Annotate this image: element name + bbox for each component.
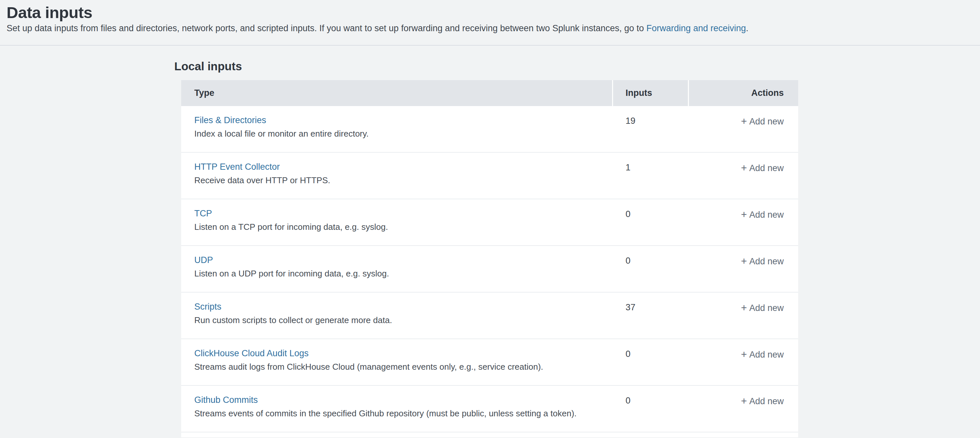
input-type-description: Listen on a TCP port for incoming data, … (194, 221, 600, 232)
actions-cell: +Add new (689, 339, 798, 385)
add-new-label: Add new (749, 350, 784, 360)
add-new-label: Add new (749, 116, 784, 126)
inputs-count: 37 (613, 293, 689, 339)
input-type-link[interactable]: UDP (194, 255, 213, 266)
add-new-button[interactable]: +Add new (741, 116, 784, 126)
type-cell: UDP Listen on a UDP port for incoming da… (181, 246, 613, 292)
input-type-description: Streams events of commits in the specifi… (194, 408, 600, 419)
actions-cell: +Add new (689, 386, 798, 432)
section-heading: Local inputs (174, 59, 980, 74)
type-cell: Scripts Run custom scripts to collect or… (181, 293, 613, 339)
table-row-clickhouse-cloud-audit-logs: ClickHouse Cloud Audit Logs Streams audi… (181, 339, 798, 386)
inputs-count: 19 (613, 106, 689, 152)
subtitle-text: Set up data inputs from files and direct… (6, 23, 647, 33)
actions-cell: +Add new (689, 293, 798, 339)
actions-cell: +Add new (689, 199, 798, 245)
actions-cell: +Add new (689, 153, 798, 199)
inputs-count: 1 (613, 153, 689, 199)
type-cell: ClickHouse Cloud Audit Logs Streams audi… (181, 339, 613, 385)
table-row-github-commits: Github Commits Streams events of commits… (181, 386, 798, 432)
actions-cell: +Add new (689, 106, 798, 152)
input-type-description: Index a local file or monitor an entire … (194, 128, 600, 139)
type-cell: TCP Listen on a TCP port for incoming da… (181, 199, 613, 245)
add-new-label: Add new (749, 303, 784, 313)
add-new-button[interactable]: +Add new (741, 163, 784, 173)
table-row-tcp: TCP Listen on a TCP port for incoming da… (181, 199, 798, 246)
next-row-cutoff (181, 432, 798, 437)
actions-cell: +Add new (689, 246, 798, 292)
input-type-link[interactable]: Files & Directories (194, 115, 266, 126)
plus-icon: + (741, 116, 747, 127)
input-type-description: Receive data over HTTP or HTTPS. (194, 175, 600, 185)
plus-icon: + (741, 255, 747, 267)
input-type-link[interactable]: Scripts (194, 301, 221, 312)
input-type-link[interactable]: HTTP Event Collector (194, 161, 280, 172)
table-header-row: Type Inputs Actions (181, 80, 798, 106)
forwarding-and-receiving-link[interactable]: Forwarding and receiving (647, 23, 746, 33)
type-cell: Github Commits Streams events of commits… (181, 386, 613, 432)
add-new-label: Add new (749, 256, 784, 266)
plus-icon: + (741, 162, 747, 174)
add-new-label: Add new (749, 396, 784, 406)
add-new-label: Add new (749, 210, 784, 220)
add-new-button[interactable]: +Add new (741, 256, 784, 266)
table-row-http-event-collector: HTTP Event Collector Receive data over H… (181, 153, 798, 199)
input-type-description: Listen on a UDP port for incoming data, … (194, 268, 600, 279)
type-cell: HTTP Event Collector Receive data over H… (181, 153, 613, 199)
input-type-link[interactable]: Github Commits (194, 394, 258, 406)
column-header-actions: Actions (689, 80, 798, 106)
column-header-inputs: Inputs (613, 80, 689, 106)
add-new-button[interactable]: +Add new (741, 303, 784, 313)
inputs-count: 0 (613, 246, 689, 292)
add-new-button[interactable]: +Add new (741, 350, 784, 360)
plus-icon: + (741, 349, 747, 360)
add-new-label: Add new (749, 163, 784, 173)
input-type-description: Run custom scripts to collect or generat… (194, 315, 600, 325)
add-new-button[interactable]: +Add new (741, 210, 784, 220)
column-header-type: Type (181, 80, 613, 106)
table-row-files-directories: Files & Directories Index a local file o… (181, 106, 798, 153)
table-row-scripts: Scripts Run custom scripts to collect or… (181, 293, 798, 339)
plus-icon: + (741, 302, 747, 314)
inputs-count: 0 (613, 339, 689, 385)
input-type-description: Streams audit logs from ClickHouse Cloud… (194, 362, 600, 372)
plus-icon: + (741, 209, 747, 220)
input-type-link[interactable]: TCP (194, 208, 212, 219)
page-header: Data inputs Set up data inputs from file… (0, 0, 980, 46)
page-title: Data inputs (6, 3, 972, 22)
plus-icon: + (741, 395, 747, 407)
input-type-link[interactable]: ClickHouse Cloud Audit Logs (194, 348, 309, 359)
page-subtitle: Set up data inputs from files and direct… (6, 23, 972, 33)
type-cell: Files & Directories Index a local file o… (181, 106, 613, 152)
table-row-udp: UDP Listen on a UDP port for incoming da… (181, 246, 798, 293)
inputs-count: 0 (613, 386, 689, 432)
local-inputs-table: Type Inputs Actions Files & Directories … (181, 80, 798, 437)
add-new-button[interactable]: +Add new (741, 396, 784, 406)
subtitle-period: . (746, 23, 749, 33)
main-content: Local inputs Type Inputs Actions Files &… (0, 59, 980, 437)
inputs-count: 0 (613, 199, 689, 245)
